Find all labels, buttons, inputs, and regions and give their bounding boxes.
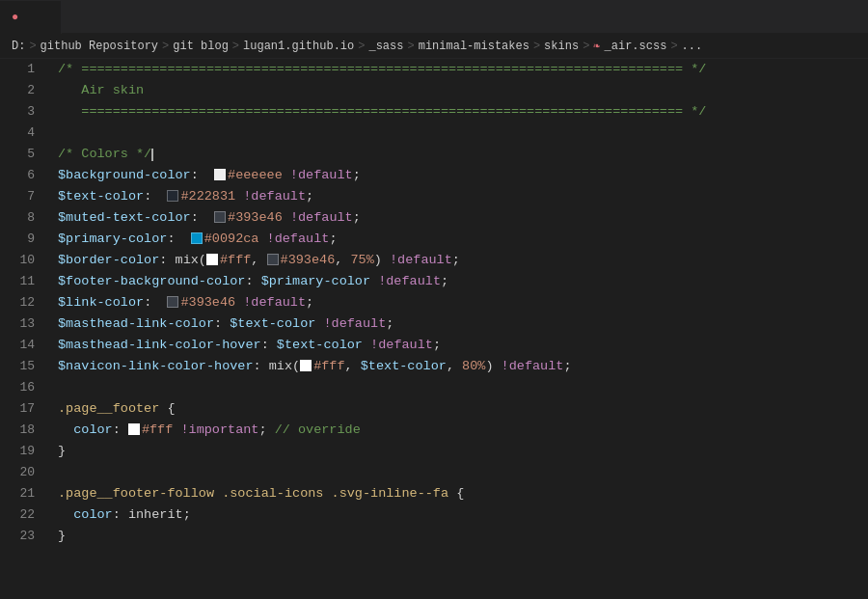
line-number-14: 14 [0, 335, 50, 356]
line-number-9: 9 [0, 229, 50, 250]
code-line-15: $navicon-link-color-hover: mix(#fff, $te… [58, 356, 868, 377]
line-number-6: 6 [0, 165, 50, 186]
line-number-21: 21 [0, 483, 50, 504]
code-line-7: $text-color: #222831 !default; [58, 186, 868, 207]
code-line-5: /* Colors */ [58, 144, 868, 165]
line-number-20: 20 [0, 462, 50, 483]
active-tab[interactable]: ● [0, 0, 62, 34]
breadcrumb-part-3[interactable]: lugan1.github.io [243, 40, 354, 53]
line-number-16: 16 [0, 377, 50, 398]
code-line-20 [58, 462, 868, 483]
line-number-17: 17 [0, 398, 50, 420]
breadcrumb-sep-2: > [162, 40, 169, 53]
breadcrumb-part-5[interactable]: minimal-mistakes [419, 40, 529, 53]
code-line-19: } [58, 441, 868, 462]
code-line-16 [58, 377, 868, 398]
breadcrumb-more: ... [682, 40, 703, 53]
line-number-5: 5 [0, 144, 50, 165]
breadcrumb-sep-3: > [232, 40, 239, 53]
line-number-15: 15 [0, 356, 50, 377]
code-line-1: /* =====================================… [58, 59, 868, 80]
line-numbers-gutter: 1234567891011121314151617181920212223 [0, 59, 50, 599]
breadcrumb-sep-8: > [670, 40, 677, 53]
line-number-23: 23 [0, 526, 50, 547]
line-number-4: 4 [0, 123, 50, 144]
code-line-13: $masthead-link-color: $text-color !defau… [58, 313, 868, 335]
code-line-18: color: #fff !important; // override [58, 420, 868, 441]
breadcrumb-sep-4: > [358, 40, 365, 53]
breadcrumb-sep-6: > [533, 40, 540, 53]
code-line-14: $masthead-link-color-hover: $text-color … [58, 335, 868, 356]
line-number-8: 8 [0, 207, 50, 229]
breadcrumb-file-icon: ❧ [593, 39, 600, 53]
code-line-22: color: inherit; [58, 504, 868, 526]
breadcrumb-sep-1: > [29, 40, 36, 53]
line-number-10: 10 [0, 250, 50, 271]
code-line-3: ========================================… [58, 101, 868, 123]
code-line-2: Air skin [58, 80, 868, 101]
line-number-3: 3 [0, 101, 50, 123]
code-line-4 [58, 123, 868, 144]
code-line-6: $background-color: #eeeeee !default; [58, 165, 868, 186]
breadcrumb-drive: D: [12, 40, 25, 53]
code-line-17: .page__footer { [58, 398, 868, 420]
breadcrumb-part-6[interactable]: skins [544, 40, 579, 53]
line-number-2: 2 [0, 80, 50, 101]
code-line-11: $footer-background-color: $primary-color… [58, 271, 868, 292]
line-number-18: 18 [0, 420, 50, 441]
tab-file-icon: ● [12, 11, 18, 24]
breadcrumb-sep-7: > [583, 40, 589, 53]
code-line-9: $primary-color: #0092ca !default; [58, 229, 868, 250]
line-number-19: 19 [0, 441, 50, 462]
code-line-10: $border-color: mix(#fff, #393e46, 75%) !… [58, 250, 868, 271]
breadcrumb-part-1[interactable]: github Repository [41, 40, 158, 53]
breadcrumb-filename[interactable]: _air.scss [605, 40, 667, 53]
line-number-12: 12 [0, 292, 50, 313]
code-line-21: .page__footer-follow .social-icons .svg-… [58, 483, 868, 504]
code-line-23: } [58, 526, 868, 547]
line-number-1: 1 [0, 59, 50, 80]
editor: 1234567891011121314151617181920212223 /*… [0, 59, 868, 599]
breadcrumb-sep-5: > [407, 40, 414, 53]
breadcrumb-part-2[interactable]: git blog [173, 40, 229, 53]
line-number-7: 7 [0, 186, 50, 207]
line-number-11: 11 [0, 271, 50, 292]
breadcrumb: D: > github Repository > git blog > luga… [0, 34, 868, 59]
tab-bar: ● [0, 0, 868, 34]
line-number-13: 13 [0, 313, 50, 335]
code-line-8: $muted-text-color: #393e46 !default; [58, 207, 868, 229]
tab-close-button[interactable] [34, 10, 49, 25]
breadcrumb-part-4[interactable]: _sass [368, 40, 403, 53]
code-content[interactable]: /* =====================================… [50, 59, 868, 599]
code-line-12: $link-color: #393e46 !default; [58, 292, 868, 313]
line-number-22: 22 [0, 504, 50, 526]
